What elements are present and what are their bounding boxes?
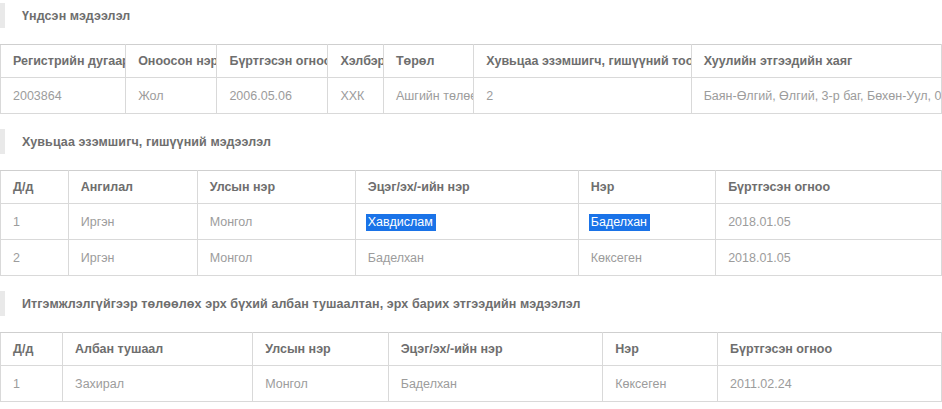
table-cell: Көксеген xyxy=(578,240,715,276)
cell-text: Ашгийн төлөө xyxy=(396,89,474,103)
section-title: Хувьцаа эзэмшигч, гишүүний мэдээлэл xyxy=(5,135,271,149)
column-header: Д/д xyxy=(1,333,63,366)
table-cell: Монгол xyxy=(253,366,389,402)
table-cell: Ашгийн төлөө xyxy=(383,78,473,114)
cell-text: Көксеген xyxy=(591,251,642,265)
cell-text: Захирал xyxy=(75,377,124,391)
table-cell: 1 xyxy=(1,204,69,240)
table-cell: 2006.05.06 xyxy=(217,78,328,114)
column-header: Нэр xyxy=(578,171,715,204)
section-header: Хувьцаа эзэмшигч, гишүүний мэдээлэл xyxy=(0,129,942,154)
table-cell: ХХК xyxy=(328,78,384,114)
cell-text: 2 xyxy=(13,251,20,265)
header-row: Регистрийн дугаарОноосон нэрБүртгэсэн ог… xyxy=(1,45,942,78)
cell-text: Баделхан xyxy=(401,377,457,391)
column-header: Оноосон нэр xyxy=(126,45,217,78)
table-cell: 1 xyxy=(1,366,63,402)
cell-text: Монгол xyxy=(210,215,253,229)
selected-text: Баделхан xyxy=(589,214,650,231)
data-table: Д/дАнгилалУлсын нэрЭцэг/эх/-ийн нэрНэрБү… xyxy=(0,170,942,276)
cell-text: Иргэн xyxy=(81,251,115,265)
column-header: Улсын нэр xyxy=(197,171,355,204)
table-cell: Монгол xyxy=(197,240,355,276)
column-header: Д/д xyxy=(1,171,69,204)
column-header: Улсын нэр xyxy=(253,333,389,366)
header-row: Д/дАлбан тушаалУлсын нэрЭцэг/эх/-ийн нэр… xyxy=(1,333,942,366)
cell-text: 2 xyxy=(486,89,493,103)
table-cell: Хавдислам xyxy=(355,204,578,240)
table-row: 1ЗахиралМонголБаделханКөксеген2011.02.24 xyxy=(1,366,942,402)
cell-text: 2018.01.05 xyxy=(728,215,791,229)
cell-text: Монгол xyxy=(265,377,308,391)
cell-text: Көксеген xyxy=(615,377,666,391)
data-table: Регистрийн дугаарОноосон нэрБүртгэсэн ог… xyxy=(0,44,942,114)
header-row: Д/дАнгилалУлсын нэрЭцэг/эх/-ийн нэрНэрБү… xyxy=(1,171,942,204)
registry-page: Үндсэн мэдээлэлРегистрийн дугаарОноосон … xyxy=(0,0,942,402)
table-cell: Захирал xyxy=(63,366,253,402)
cell-text: 2006.05.06 xyxy=(229,89,292,103)
table-cell: 2018.01.05 xyxy=(716,240,942,276)
column-header: Бүртгэсэн огноо xyxy=(217,45,328,78)
info-section: Үндсэн мэдээлэлРегистрийн дугаарОноосон … xyxy=(0,3,942,114)
table-row: 1ИргэнМонголХавдисламБаделхан2018.01.05 xyxy=(1,204,942,240)
column-header: Регистрийн дугаар xyxy=(1,45,126,78)
table-cell: Иргэн xyxy=(68,204,197,240)
table-row: 2ИргэнМонголБаделханКөксеген2018.01.05 xyxy=(1,240,942,276)
column-header: Эцэг/эх/-ийн нэр xyxy=(388,333,603,366)
table-cell: 2018.01.05 xyxy=(716,204,942,240)
table-cell: Баделхан xyxy=(355,240,578,276)
cell-text: 2018.01.05 xyxy=(728,251,791,265)
section-title: Итгэмжлэлгүйгээр төлөөлөх эрх бүхий алба… xyxy=(5,297,581,311)
table-cell: Баделхан xyxy=(388,366,603,402)
column-header: Нэр xyxy=(603,333,718,366)
selected-text: Хавдислам xyxy=(366,214,436,231)
info-section: Хувьцаа эзэмшигч, гишүүний мэдээлэлД/дАн… xyxy=(0,129,942,276)
table-cell: 2 xyxy=(1,240,69,276)
column-header: Хувьцаа эзэмшигч, гишүүний тоо xyxy=(474,45,691,78)
cell-text: Баделхан xyxy=(368,251,424,265)
table-row: 2003864Жол2006.05.06ХХКАшгийн төлөө2Баян… xyxy=(1,78,942,114)
column-header: Хэлбэр xyxy=(328,45,384,78)
table-cell: Баделхан xyxy=(578,204,715,240)
column-header: Эцэг/эх/-ийн нэр xyxy=(355,171,578,204)
section-header: Итгэмжлэлгүйгээр төлөөлөх эрх бүхий алба… xyxy=(0,291,942,316)
column-header: Бүртгэсэн огноо xyxy=(716,171,942,204)
table-cell: Көксеген xyxy=(603,366,718,402)
section-header: Үндсэн мэдээлэл xyxy=(0,3,942,28)
cell-text: 2003864 xyxy=(13,89,62,103)
table-cell: Иргэн xyxy=(68,240,197,276)
info-section: Итгэмжлэлгүйгээр төлөөлөх эрх бүхий алба… xyxy=(0,291,942,402)
section-title: Үндсэн мэдээлэл xyxy=(5,9,130,23)
table-cell: Жол xyxy=(126,78,217,114)
column-header: Хуулийн этгээдийн хаяг xyxy=(691,45,941,78)
cell-text: 1 xyxy=(13,377,20,391)
column-header: Албан тушаал xyxy=(63,333,253,366)
cell-text: Монгол xyxy=(210,251,253,265)
column-header: Бүртгэсэн огноо xyxy=(718,333,942,366)
cell-text: 1 xyxy=(13,215,20,229)
cell-text: Иргэн xyxy=(81,215,115,229)
cell-text: Баян-Өлгий, Өлгий, 3-р баг, Бөхөн-Уул, 0 xyxy=(704,89,942,103)
column-header: Ангилал xyxy=(68,171,197,204)
cell-text: Жол xyxy=(138,89,163,103)
table-cell: 2 xyxy=(474,78,691,114)
cell-text: ХХК xyxy=(340,89,364,103)
table-cell: 2003864 xyxy=(1,78,126,114)
table-cell: Монгол xyxy=(197,204,355,240)
data-table: Д/дАлбан тушаалУлсын нэрЭцэг/эх/-ийн нэр… xyxy=(0,332,942,402)
table-cell: Баян-Өлгий, Өлгий, 3-р баг, Бөхөн-Уул, 0 xyxy=(691,78,941,114)
cell-text: 2011.02.24 xyxy=(730,377,792,391)
column-header: Төрөл xyxy=(383,45,473,78)
table-cell: 2011.02.24 xyxy=(718,366,942,402)
